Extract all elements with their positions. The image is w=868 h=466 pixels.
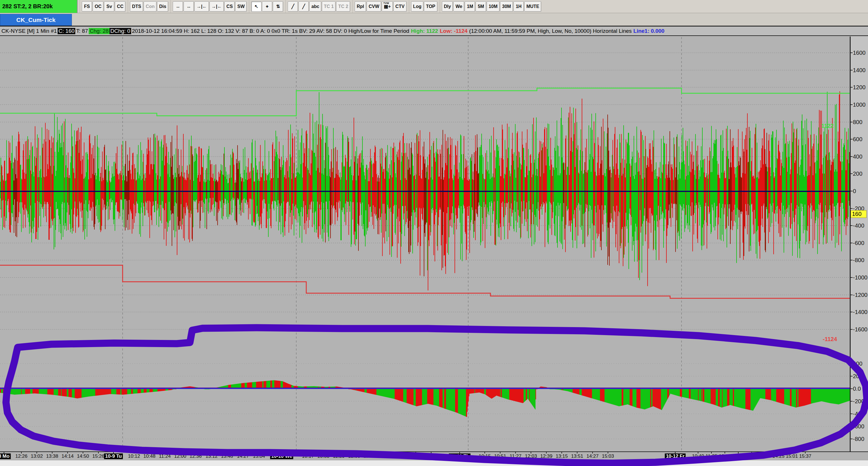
extended-line-tool-icon[interactable]: ╱ — [299, 1, 309, 12]
time-axis-label: 15:37 — [799, 454, 811, 459]
toolbar-button-we[interactable]: We — [454, 1, 464, 12]
sub-axis-label: 200 — [853, 373, 862, 380]
toolbar-button-cs[interactable]: CS — [224, 1, 235, 12]
sub-axis-tick — [850, 401, 852, 402]
time-axis-day-label: 10-11 Th — [449, 454, 470, 459]
toolbar-button-ctv[interactable]: CTV — [394, 1, 407, 12]
time-axis-label: 13:17 — [379, 454, 391, 459]
toolbar-button-5m[interactable]: 5M — [476, 1, 486, 12]
time-axis-label: 14:27 — [587, 454, 599, 459]
time-axis-label: 12:05 — [348, 454, 361, 459]
pointer-tool-icon[interactable]: ↖ — [251, 1, 261, 12]
chart-tab-bar: CK_Cum-Tick — [0, 13, 868, 27]
time-axis-label: 13:51 — [571, 454, 583, 459]
y-axis-tick — [850, 122, 852, 122]
y-axis-label: 0 — [853, 188, 856, 194]
price-axis[interactable]: 16001400120010008006004002000-200-400-60… — [850, 36, 868, 452]
time-axis-label: 13:02 — [31, 454, 43, 459]
text-tool-icon[interactable]: abc — [309, 1, 321, 12]
toolbar-button-1h[interactable]: 1H — [514, 1, 524, 12]
toolbar-group: ╱╱abcTC 1TC 2 — [285, 0, 350, 13]
compress-bar-spacing-bold-icon[interactable]: →|← — [210, 1, 224, 12]
toolbar-button-30m[interactable]: 30M — [500, 1, 513, 12]
sub-axis-label: 400 — [853, 361, 862, 367]
header-segment-inv: C: 160 — [58, 28, 75, 34]
time-axis-label: 12:39 — [540, 454, 553, 459]
time-axis-label: 13:48 — [221, 454, 233, 459]
time-axis-label: 14:29 — [410, 454, 422, 459]
y-axis-label: -400 — [853, 222, 864, 229]
y-axis-label: -1200 — [853, 291, 867, 298]
y-axis-tick — [850, 87, 852, 88]
y-axis-label: 200 — [853, 170, 862, 177]
time-axis-label: 15:04 — [253, 454, 265, 459]
sub-axis-label: -600 — [853, 423, 864, 430]
toolbar-button-dly[interactable]: Dly — [442, 1, 453, 12]
time-axis-label: 10:15 — [479, 454, 491, 459]
time-axis-label: 11:29 — [333, 454, 344, 459]
y-axis-tick — [850, 277, 852, 278]
toolbar-button-1m[interactable]: 1M — [465, 1, 475, 12]
time-axis-label: 12:41 — [364, 454, 376, 459]
toolbar-button-tc-2[interactable]: TC 2 — [336, 1, 350, 12]
toolbar-button-10m[interactable]: 10M — [487, 1, 500, 12]
toolbar-button-con[interactable]: Con — [144, 1, 157, 12]
y-axis-label: 1400 — [853, 67, 866, 73]
time-axis-label: 13:38 — [46, 454, 58, 459]
toolbar-button-sv[interactable]: Sv — [104, 1, 114, 12]
price-chart-canvas[interactable] — [0, 36, 850, 452]
y-axis-tick — [850, 191, 852, 191]
sub-axis-label: -200 — [853, 398, 864, 405]
y-axis-label: 1000 — [853, 101, 866, 108]
toolbar-button-dis[interactable]: Dis — [157, 1, 168, 12]
y-axis-tick — [850, 53, 852, 53]
toolbar-button-sw[interactable]: SW — [235, 1, 247, 12]
toolbar-button-top[interactable]: TOP — [424, 1, 437, 12]
sub-axis-tick — [850, 376, 852, 376]
toolbar-button-dts[interactable]: DTS — [130, 1, 143, 12]
toolbar-button-rpl[interactable]: Rpl — [355, 1, 366, 12]
y-axis-tick — [850, 70, 852, 70]
time-axis-label: 11:27 — [509, 454, 521, 459]
sub-axis-tick — [850, 413, 852, 414]
toolbar-button-fs[interactable]: FS — [82, 1, 92, 12]
header-segment-inv: DChg: 0 — [110, 28, 131, 34]
y-axis-label: 600 — [853, 136, 862, 143]
toolbar-button-mute[interactable]: MUTE — [524, 1, 541, 12]
header-segment-high: High: 1122 — [410, 28, 439, 34]
time-axis-label: 15:03 — [602, 454, 614, 459]
time-axis-label: 13:12 — [206, 454, 218, 459]
vertical-scale-icon[interactable]: ⇅ — [273, 1, 283, 12]
tab-ck-cum-tick[interactable]: CK_Cum-Tick — [0, 14, 72, 26]
header-segment-low: Low: -1124 — [439, 28, 468, 34]
y-axis-tick — [850, 139, 852, 139]
time-axis-label: 15:01 — [786, 454, 798, 459]
toolbar-button-cvw[interactable]: CVW — [367, 1, 381, 12]
expand-bar-spacing-bold-icon[interactable]: ↔ — [184, 1, 194, 12]
toolbar-group: FSOCSvCC — [80, 0, 126, 13]
time-axis-label: 15:26 — [92, 454, 105, 459]
tvw-grid-icon[interactable]: ▦+TVW — [382, 1, 393, 12]
y-axis-label: -1400 — [853, 309, 867, 315]
crosshair-tool-icon[interactable]: ⌖ — [262, 1, 272, 12]
last-price-box: 160 — [850, 210, 867, 218]
y-axis-label: -1000 — [853, 274, 867, 281]
toolbar-button-oc[interactable]: OC — [93, 1, 103, 12]
chart-header: CK-NYSE [M] 1 Min #1C: 160T: 87Chg: 28DC… — [0, 27, 868, 36]
compress-bar-spacing-icon[interactable]: →|← — [194, 1, 209, 12]
y-axis-label: 400 — [853, 153, 862, 160]
time-axis-label: 10:51 — [494, 454, 506, 459]
toolbar-button-tc-1[interactable]: TC 1 — [322, 1, 336, 12]
chart-region: 16001400120010008006004002000-200-400-60… — [0, 36, 868, 452]
sub-axis-label: -400 — [853, 411, 864, 417]
sub-axis-tick — [850, 363, 852, 364]
time-axis[interactable]: 8 Mo12:2613:0213:3814:1414:5015:2610-9 T… — [0, 452, 868, 460]
trendline-tool-icon[interactable]: ╱ — [288, 1, 298, 12]
period-low-label: -1124 — [823, 336, 837, 343]
y-axis-tick — [850, 329, 852, 330]
y-axis-tick — [850, 260, 852, 260]
toolbar-button-cc[interactable]: CC — [115, 1, 125, 12]
toolbar-button-log[interactable]: Log — [411, 1, 424, 12]
expand-bar-spacing-icon[interactable]: ↔ — [173, 1, 183, 12]
window-bottom-edge — [0, 460, 868, 466]
